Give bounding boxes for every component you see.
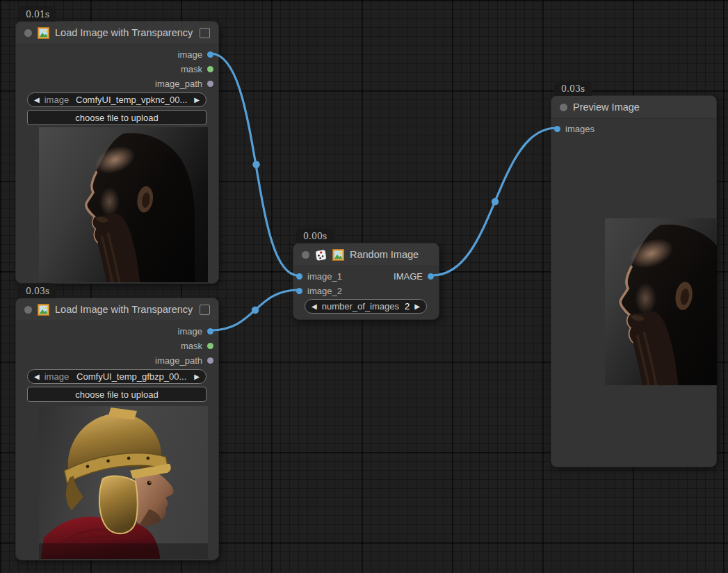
combo-value: ComfyUI_temp_gfbzp_00... — [69, 371, 194, 382]
node-title: Random Image — [350, 249, 419, 260]
node-header[interactable]: Random Image — [293, 243, 439, 266]
node-status-dot — [302, 251, 309, 259]
combo-label: image — [45, 371, 69, 382]
node-title: Preview Image — [573, 102, 640, 113]
execution-time-badge: 0.01s — [19, 6, 56, 22]
widget-decrement-arrow[interactable]: ◀ — [312, 303, 317, 310]
output-label-image: image — [178, 49, 202, 60]
output-slot-image-path[interactable] — [207, 357, 213, 364]
node-header[interactable]: Load Image with Transparency — [16, 22, 218, 45]
combo-prev-arrow[interactable]: ◀ — [34, 373, 40, 380]
input-label-image-2: image_2 — [307, 286, 342, 296]
node-status-dot — [24, 306, 32, 314]
choose-file-button[interactable]: choose file to upload — [27, 387, 207, 402]
output-label-image-path: image_path — [155, 79, 202, 89]
node-toggle-checkbox[interactable] — [200, 305, 210, 315]
dice-icon — [315, 249, 327, 261]
input-slot-images[interactable] — [554, 126, 560, 132]
execution-time-badge: 0.03s — [554, 81, 592, 96]
execution-time-badge: 0.03s — [19, 283, 56, 298]
node-load-image-2[interactable]: 0.03s Load Image with Transparency image… — [15, 298, 219, 560]
combo-next-arrow[interactable]: ▶ — [194, 373, 200, 380]
execution-time-badge: 0.00s — [296, 228, 334, 243]
link-midpoint-dot[interactable] — [252, 307, 259, 314]
node-load-image-1[interactable]: 0.01s Load Image with Transparency image… — [15, 21, 219, 284]
node-title: Load Image with Transparency — [55, 27, 193, 38]
output-slot-mask[interactable] — [207, 343, 213, 349]
output-slot-image[interactable] — [207, 51, 213, 58]
node-graph-canvas[interactable]: 0.01s Load Image with Transparency image… — [0, 0, 728, 573]
widget-increment-arrow[interactable]: ▶ — [414, 303, 420, 310]
output-slot-mask[interactable] — [207, 66, 213, 72]
node-status-dot — [560, 104, 567, 111]
framed-picture-icon — [38, 304, 49, 316]
combo-prev-arrow[interactable]: ◀ — [34, 97, 40, 104]
node-status-dot — [24, 29, 32, 37]
wire-load1-image-to-random-image1 — [211, 54, 298, 275]
image-combo-widget[interactable]: ◀ image ComfyUI_temp_vpknc_00... ▶ — [27, 92, 207, 107]
node-title: Load Image with Transparency — [55, 304, 193, 315]
image-preview-roman-soldier — [39, 406, 208, 559]
widget-label: number_of_images — [322, 301, 399, 312]
combo-label: image — [45, 95, 69, 105]
output-label-mask: mask — [181, 341, 202, 351]
node-header[interactable]: Load Image with Transparency — [16, 298, 218, 321]
number-of-images-widget[interactable]: ◀ number_of_images2 ▶ — [305, 299, 427, 314]
output-slot-image-path[interactable] — [207, 81, 213, 87]
output-label-mask: mask — [181, 64, 202, 74]
combo-value: ComfyUI_temp_vpknc_00... — [69, 95, 194, 105]
image-combo-widget[interactable]: ◀ image ComfyUI_temp_gfbzp_00... ▶ — [27, 369, 207, 384]
choose-file-button[interactable]: choose file to upload — [27, 110, 207, 125]
wire-random-IMAGE-to-preview-images — [432, 128, 556, 275]
combo-next-arrow[interactable]: ▶ — [194, 97, 200, 104]
link-midpoint-dot[interactable] — [252, 161, 259, 168]
output-slot-IMAGE[interactable] — [428, 273, 434, 280]
node-random-image[interactable]: 0.00s Random Image image_1 image_2 IMAGE… — [293, 243, 439, 320]
node-toggle-checkbox[interactable] — [200, 28, 210, 38]
node-preview-image[interactable]: 0.03s Preview Image images — [551, 95, 717, 467]
image-preview-bearded-man — [605, 218, 717, 385]
input-slot-image-2[interactable] — [296, 288, 302, 294]
output-label-IMAGE: IMAGE — [394, 271, 423, 282]
output-label-image: image — [178, 326, 202, 337]
widget-value: 2 — [405, 301, 410, 312]
wire-load2-image-to-random-image2 — [211, 290, 298, 330]
image-preview-bearded-man — [39, 127, 208, 282]
output-slot-image[interactable] — [207, 328, 213, 334]
node-header[interactable]: Preview Image — [551, 96, 716, 119]
output-label-image-path: image_path — [155, 355, 202, 366]
framed-picture-icon — [332, 249, 344, 261]
framed-picture-icon — [38, 27, 49, 39]
input-label-images: images — [565, 124, 594, 134]
link-midpoint-dot[interactable] — [492, 198, 499, 205]
